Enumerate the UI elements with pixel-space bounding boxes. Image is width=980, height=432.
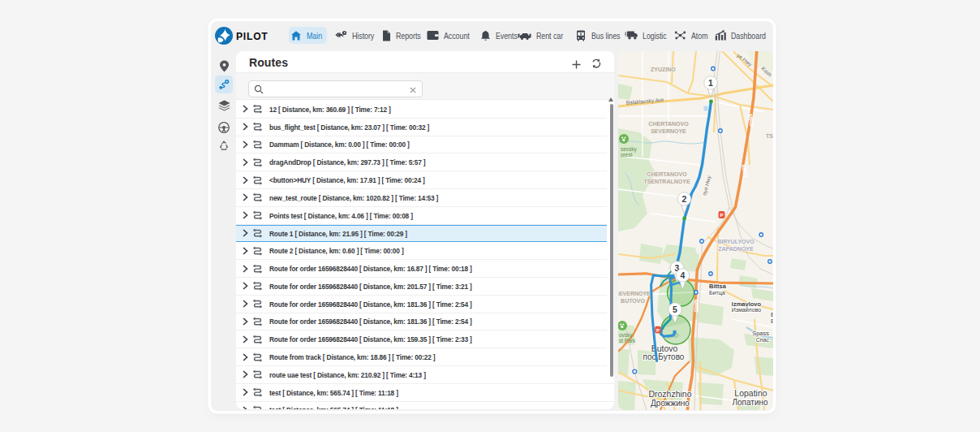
svg-text:2: 2 — [682, 194, 687, 204]
svg-text:BUTOVO: BUTOVO — [621, 298, 645, 304]
svg-text:B: B — [771, 311, 773, 318]
svg-text:Спас: Спас — [756, 337, 770, 343]
svg-text:SEVERNOYE: SEVERNOYE — [618, 291, 651, 296]
svg-text:ZYUZINO: ZYUZINO — [651, 67, 676, 72]
svg-text:st Park: st Park — [619, 338, 636, 343]
svg-text:MRD: MRD — [693, 300, 699, 313]
svg-text:orest: orest — [621, 152, 633, 158]
svg-text:Лопатино: Лопатино — [732, 398, 768, 407]
svg-text:CHERTANOVO: CHERTANOVO — [648, 121, 689, 127]
svg-text:Бу: Бу — [771, 318, 773, 325]
svg-text:Дрожжино: Дрожжино — [651, 399, 690, 408]
svg-text:1: 1 — [708, 78, 713, 88]
svg-text:ZAPADNOYE: ZAPADNOYE — [718, 246, 754, 252]
svg-text:SEVERNOYE: SEVERNOYE — [651, 128, 686, 134]
svg-text:Spass: Spass — [752, 330, 769, 337]
svg-text:Bittsa: Bittsa — [709, 283, 727, 290]
svg-text:CHERTANOVO: CHERTANOVO — [647, 171, 687, 177]
svg-text:P: P — [656, 328, 660, 333]
svg-text:Измайлово: Измайлово — [732, 307, 762, 313]
svg-text:BIRYULYOVO: BIRYULYOVO — [717, 239, 754, 244]
svg-text:TSAR: TSAR — [766, 133, 773, 139]
svg-text:4: 4 — [681, 270, 686, 280]
svg-text:TSENTRALNOYE: TSENTRALNOYE — [643, 179, 690, 184]
svg-text:P: P — [720, 213, 723, 218]
svg-text:Битца: Битца — [709, 290, 725, 296]
svg-text:пос.Бутово: пос.Бутово — [643, 352, 685, 361]
svg-text:Drozhzhino: Drozhzhino — [648, 389, 691, 399]
svg-text:Lopatino: Lopatino — [734, 388, 767, 398]
svg-text:5: 5 — [673, 305, 677, 314]
